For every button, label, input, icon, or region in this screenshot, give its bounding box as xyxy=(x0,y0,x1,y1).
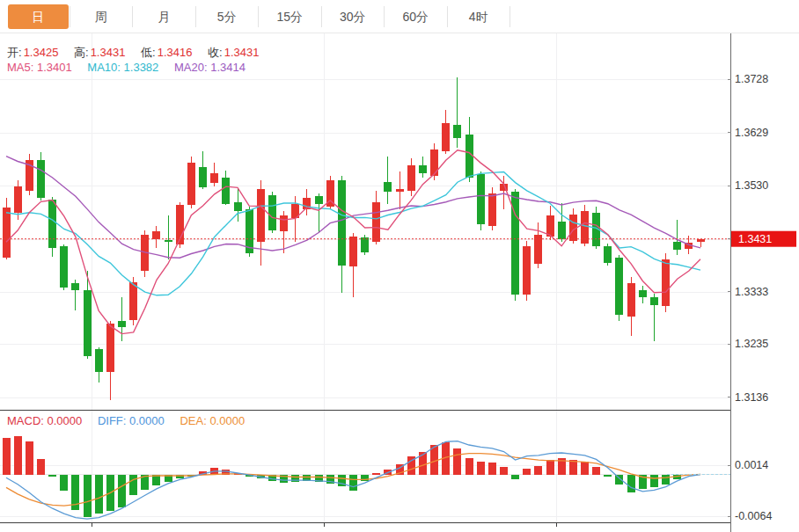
macd-bar xyxy=(604,475,612,477)
candle-body xyxy=(187,163,195,205)
macd-bar xyxy=(511,475,519,479)
candle-body xyxy=(234,202,242,211)
candle-body xyxy=(465,135,473,178)
candle-body xyxy=(95,349,103,372)
candle-body xyxy=(662,259,670,306)
y-axis-label: 1.3728 xyxy=(735,73,768,85)
macd-bar xyxy=(176,475,184,478)
macd-bar xyxy=(3,438,11,475)
dea-value: DEA: 0.0000 xyxy=(180,414,245,427)
close-value: 1.3431 xyxy=(224,46,260,59)
open-value: 1.3425 xyxy=(24,46,59,59)
y-axis-label: 1.3235 xyxy=(735,338,768,350)
macd-bar xyxy=(500,467,508,474)
macd-axis-label: -0.0064 xyxy=(735,510,772,522)
candle-body xyxy=(14,186,22,213)
macd-bar xyxy=(650,475,658,488)
ma-legend: MA5: 1.3401 MA10: 1.3382 MA20: 1.3414 xyxy=(7,61,258,74)
candle-body xyxy=(453,125,461,138)
low-label: 低: xyxy=(141,46,156,59)
macd-axis-label: 0.0014 xyxy=(735,459,768,471)
macd-bar xyxy=(129,475,137,496)
candle-body xyxy=(546,215,554,237)
candle-body xyxy=(152,231,160,239)
candle-body xyxy=(71,283,79,290)
macd-bar xyxy=(453,448,461,475)
candle-body xyxy=(604,246,612,262)
candle-body xyxy=(165,240,172,242)
macd-bar xyxy=(26,441,33,475)
candle-body xyxy=(569,215,577,241)
macd-bar xyxy=(546,460,554,474)
candle-body xyxy=(523,246,531,295)
candle-body xyxy=(118,321,126,327)
macd-bar xyxy=(534,466,542,475)
candle-body xyxy=(627,283,635,317)
macd-bar xyxy=(465,458,473,475)
y-axis-label: 1.3530 xyxy=(735,179,768,192)
candle-body xyxy=(384,182,392,192)
candle-body xyxy=(129,282,137,320)
macd-bar xyxy=(118,475,126,507)
macd-legend: MACD: 0.0000 DIFF: 0.0000 DEA: 0.0000 xyxy=(7,414,257,427)
candle-body xyxy=(210,173,218,182)
candle-body xyxy=(372,202,380,242)
candle-body xyxy=(673,242,681,250)
candle-body xyxy=(84,290,92,356)
macd-bar xyxy=(569,460,577,474)
candle-body xyxy=(268,195,276,230)
macd-bar xyxy=(372,473,380,474)
y-axis-label: 1.3333 xyxy=(735,286,768,298)
candle-body xyxy=(419,165,427,173)
candle-body xyxy=(430,149,438,176)
candle-body xyxy=(106,324,114,372)
candle-body xyxy=(60,246,68,288)
candlestick-chart[interactable]: 1.34311.37281.36291.35301.33331.32351.31… xyxy=(0,0,799,532)
candle-body xyxy=(581,211,589,244)
candle-body xyxy=(650,297,658,305)
macd-bar xyxy=(37,459,45,475)
diff-value: DIFF: 0.0000 xyxy=(98,414,165,427)
macd-bar xyxy=(477,462,485,475)
macd-bar xyxy=(84,475,92,517)
macd-bar xyxy=(581,462,589,475)
candle-body xyxy=(477,174,485,224)
low-value: 1.3416 xyxy=(158,46,193,59)
macd-bar xyxy=(627,475,635,492)
y-axis-label: 1.3136 xyxy=(735,391,768,404)
candle-body xyxy=(3,208,11,258)
macd-bar xyxy=(592,467,600,474)
macd-bar xyxy=(14,436,22,475)
candle-body xyxy=(280,215,288,231)
high-label: 高: xyxy=(74,46,89,59)
candle-body xyxy=(48,200,56,248)
y-axis-label: 1.3629 xyxy=(735,127,768,139)
macd-bar xyxy=(419,452,427,474)
current-price-tag-label: 1.3431 xyxy=(738,233,772,245)
candle-body xyxy=(257,189,265,242)
macd-bar xyxy=(349,475,357,492)
macd-bar xyxy=(60,475,68,492)
ma5-value: MA5: 1.3401 xyxy=(7,61,72,74)
app-root: 日周月5分15分30分60分4时 1.34311.37281.36291.353… xyxy=(0,0,799,532)
macd-bar xyxy=(523,469,531,475)
candle-body xyxy=(407,165,415,191)
macd-value: MACD: 0.0000 xyxy=(7,414,82,427)
close-label: 收: xyxy=(208,46,223,59)
candle-body xyxy=(338,180,346,266)
candle-body xyxy=(361,237,369,252)
candle-body xyxy=(396,189,404,192)
candle-body xyxy=(697,239,705,243)
candle-body xyxy=(315,196,323,204)
candle-body xyxy=(199,167,207,187)
candle-body xyxy=(615,258,623,315)
open-label: 开: xyxy=(7,46,22,59)
macd-bar xyxy=(488,463,496,474)
macd-bar xyxy=(95,475,103,514)
candle-body xyxy=(639,290,647,298)
macd-bar xyxy=(48,475,56,477)
candle-body xyxy=(558,222,566,239)
candle-body xyxy=(222,178,230,204)
candle-body xyxy=(442,123,450,151)
ohlc-legend: 开:1.3425 高:1.3431 低:1.3416 收:1.3431 xyxy=(7,45,271,61)
